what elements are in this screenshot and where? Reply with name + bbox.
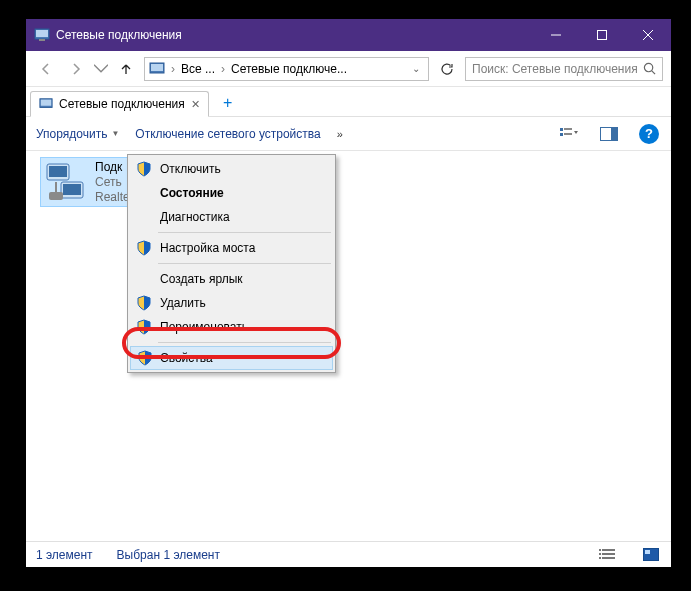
shield-icon [136,161,152,177]
svg-rect-29 [599,557,601,559]
separator [158,232,331,233]
search-icon [643,62,656,75]
svg-rect-15 [560,133,563,136]
chevron-right-icon: › [169,62,177,76]
minimize-button[interactable] [533,19,579,51]
ctx-diagnostics[interactable]: Диагностика [130,205,333,229]
location-icon [149,61,165,77]
ctx-rename[interactable]: Переименовать [130,315,333,339]
svg-rect-23 [49,192,63,200]
shield-icon [136,295,152,311]
toolbar-overflow-icon[interactable]: » [337,128,343,140]
details-view-button[interactable] [597,547,617,563]
status-item-count: 1 элемент [36,548,93,562]
breadcrumb-item[interactable]: Сетевые подключе... [231,62,347,76]
chevron-right-icon: › [219,62,227,76]
maximize-button[interactable] [579,19,625,51]
help-button[interactable]: ? [637,122,661,146]
window-title: Сетевые подключения [56,28,533,42]
svg-rect-25 [599,549,601,551]
statusbar: 1 элемент Выбран 1 элемент [26,541,671,567]
tab-network-connections[interactable]: Сетевые подключения ✕ [30,91,209,117]
svg-rect-30 [602,557,615,559]
refresh-button[interactable] [435,57,459,81]
svg-rect-12 [41,100,52,106]
app-icon [34,27,50,43]
svg-rect-27 [599,553,601,555]
svg-rect-16 [564,133,572,135]
back-button[interactable] [34,57,58,81]
recent-dropdown[interactable] [94,57,108,81]
ctx-status[interactable]: Состояние [130,181,333,205]
svg-rect-28 [602,553,615,555]
shield-icon [136,240,152,256]
network-adapter-icon [43,160,87,204]
new-tab-button[interactable]: + [215,90,241,116]
ctx-delete[interactable]: Удалить [130,291,333,315]
tab-strip: Сетевые подключения ✕ + [26,87,671,117]
svg-rect-4 [598,31,607,40]
svg-rect-14 [564,128,572,130]
svg-point-9 [644,63,652,71]
svg-rect-22 [63,184,81,195]
svg-rect-20 [49,166,67,177]
organize-button[interactable]: Упорядочить ▼ [36,127,119,141]
large-icons-view-button[interactable] [641,547,661,563]
separator [158,263,331,264]
svg-rect-13 [560,128,563,131]
chevron-down-icon: ▼ [111,129,119,138]
context-menu: Отключить Состояние Диагностика Настройк… [127,154,336,373]
up-button[interactable] [114,57,138,81]
view-options-button[interactable] [557,122,581,146]
preview-pane-button[interactable] [597,122,621,146]
disable-device-button[interactable]: Отключение сетевого устройства [135,127,320,141]
forward-button[interactable] [64,57,88,81]
svg-rect-1 [36,30,48,37]
breadcrumb[interactable]: › Все ... › Сетевые подключе... ⌄ [144,57,429,81]
separator [158,342,331,343]
svg-rect-8 [151,64,163,71]
ctx-shortcut[interactable]: Создать ярлык [130,267,333,291]
tab-icon [39,97,53,111]
help-icon: ? [639,124,659,144]
svg-rect-18 [611,128,617,140]
window: Сетевые подключения › [26,19,671,567]
ctx-disable[interactable]: Отключить [130,157,333,181]
status-selection: Выбран 1 элемент [117,548,220,562]
titlebar: Сетевые подключения [26,19,671,51]
tab-close-icon[interactable]: ✕ [191,98,200,111]
content-area[interactable]: Подк Сеть Realte Отключить Состояние Диа… [26,151,671,541]
svg-line-10 [652,71,655,74]
breadcrumb-item[interactable]: Все ... [181,62,215,76]
close-button[interactable] [625,19,671,51]
search-input[interactable]: Поиск: Сетевые подключения [465,57,663,81]
tab-label: Сетевые подключения [59,97,185,111]
ctx-bridge[interactable]: Настройка моста [130,236,333,260]
connection-label: Подк Сеть Realte [95,160,130,204]
toolbar: Упорядочить ▼ Отключение сетевого устрой… [26,117,671,151]
ctx-properties[interactable]: Свойства [130,346,333,370]
address-bar: › Все ... › Сетевые подключе... ⌄ Поиск:… [26,51,671,87]
address-dropdown-icon[interactable]: ⌄ [408,63,424,74]
svg-rect-32 [645,550,650,554]
shield-icon [137,350,153,366]
svg-rect-26 [602,549,615,551]
shield-icon [136,319,152,335]
search-placeholder: Поиск: Сетевые подключения [472,62,643,76]
svg-rect-2 [39,39,45,41]
